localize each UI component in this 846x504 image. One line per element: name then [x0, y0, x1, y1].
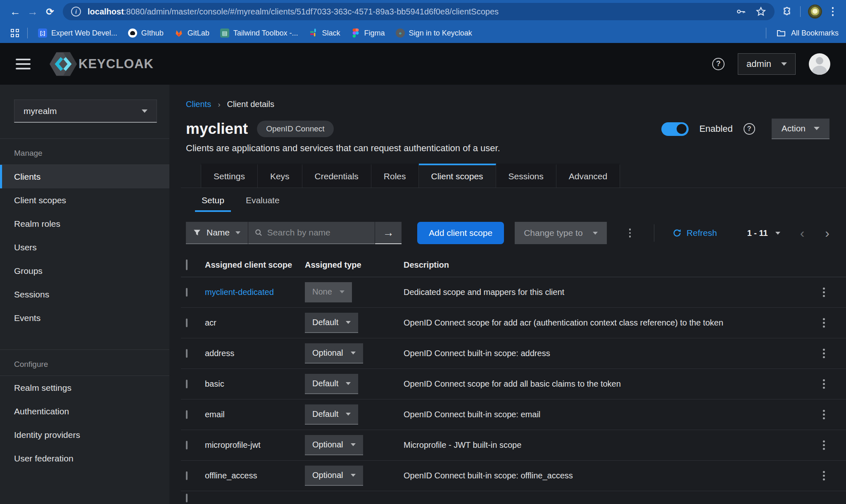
row-kebab-icon[interactable] [820, 318, 827, 328]
sidebar-item-users[interactable]: Users [0, 235, 169, 259]
select-all-checkbox[interactable] [186, 259, 188, 270]
bookmarks-divider [766, 28, 766, 38]
assigned-type-dropdown[interactable]: Optional [305, 343, 363, 364]
subtab-evaluate[interactable]: Evaluate [235, 189, 290, 212]
row-kebab-icon[interactable] [820, 471, 827, 480]
chevron-down-icon [346, 382, 351, 385]
bookmark-label: GIthub [141, 29, 164, 38]
enabled-help-icon[interactable]: ? [744, 123, 755, 135]
breadcrumb-clients-link[interactable]: Clients [186, 100, 211, 109]
action-dropdown-button[interactable]: Action [772, 119, 829, 139]
bookmark-star-icon[interactable] [756, 6, 766, 17]
change-type-dropdown[interactable]: Change type to [515, 222, 606, 244]
sidebar-item-groups[interactable]: Groups [0, 259, 169, 283]
previous-page-icon[interactable]: ‹ [800, 226, 805, 241]
sidebar-item-user-federation[interactable]: User federation [0, 447, 169, 470]
bookmark-tailwind[interactable]: ▤ Tailwind Toolbox -... [215, 29, 304, 38]
browser-profile-avatar[interactable] [808, 5, 822, 19]
row-kebab-icon[interactable] [820, 349, 827, 358]
refresh-button[interactable]: Refresh [673, 228, 717, 238]
back-icon[interactable]: ← [7, 3, 24, 20]
scope-link[interactable]: myclient-dedicated [205, 288, 305, 297]
browser-actions [779, 5, 840, 19]
row-kebab-icon[interactable] [820, 440, 827, 450]
tab-roles[interactable]: Roles [371, 164, 419, 188]
table-row: email Default OpenID Connect built-in sc… [181, 399, 846, 430]
apps-grid-icon[interactable] [11, 29, 19, 37]
bookmark-label: GitLab [188, 29, 209, 38]
bookmark-expert-web[interactable]: [;] Expert Web Devel... [33, 29, 123, 38]
next-page-icon[interactable]: › [825, 226, 829, 241]
table-row: address Optional OpenID Connect built-in… [181, 338, 846, 369]
bookmark-keycloak[interactable]: ‹› Sign in to Keycloak [390, 29, 478, 38]
bookmark-github[interactable]: GIthub [123, 29, 169, 38]
reload-icon[interactable]: ⟳ [41, 3, 59, 20]
browser-menu-icon[interactable] [829, 7, 836, 16]
sidebar-item-authentication[interactable]: Authentication [0, 399, 169, 423]
all-bookmarks-button[interactable]: All Bookmarks [791, 29, 839, 38]
subtab-setup[interactable]: Setup [191, 189, 235, 212]
keycloak-favicon: ‹› [396, 29, 405, 38]
bookmark-slack[interactable]: Slack [304, 29, 346, 38]
bookmark-figma[interactable]: Figma [346, 29, 390, 38]
tab-client-scopes[interactable]: Client scopes [419, 164, 496, 188]
sidebar-item-realm-roles[interactable]: Realm roles [0, 212, 169, 235]
page-title: myclient [186, 120, 248, 138]
pagination-range: 1 - 11 [747, 228, 768, 238]
chevron-down-icon [235, 231, 240, 234]
url-text[interactable]: localhost:8080/admin/master/console/#/my… [88, 7, 730, 17]
row-checkbox[interactable] [186, 410, 188, 419]
assigned-type-dropdown[interactable]: Optional [305, 466, 363, 486]
bookmark-gitlab[interactable]: GitLab [169, 29, 215, 38]
avatar[interactable] [809, 53, 830, 75]
sidebar-item-clients[interactable]: Clients [0, 165, 169, 188]
add-client-scope-button[interactable]: Add client scope [417, 222, 504, 244]
enabled-toggle[interactable] [661, 122, 689, 136]
sidebar-item-realm-settings[interactable]: Realm settings [0, 376, 169, 399]
assigned-type-dropdown[interactable]: Default [305, 313, 358, 333]
tab-credentials[interactable]: Credentials [302, 164, 371, 188]
url-path: :8080/admin/master/console/#/myrealm/cli… [124, 7, 499, 16]
table-row: acr Default OpenID Connect scope for add… [181, 308, 846, 338]
user-menu[interactable]: admin [738, 53, 796, 75]
sidebar-item-identity-providers[interactable]: Identity providers [0, 423, 169, 447]
tab-settings[interactable]: Settings [201, 164, 258, 188]
url-bar[interactable]: i localhost:8080/admin/master/console/#/… [63, 3, 775, 20]
row-checkbox[interactable] [186, 441, 188, 449]
row-kebab-icon[interactable] [820, 410, 827, 419]
realm-selector[interactable]: myrealm [14, 100, 157, 123]
password-key-icon[interactable] [736, 6, 746, 17]
table-row: offline_access Optional OpenID Connect b… [181, 461, 846, 491]
client-scopes-table: Assigned client scope Assigned type Desc… [181, 251, 846, 504]
tab-sessions[interactable]: Sessions [496, 164, 556, 188]
assigned-type-dropdown[interactable]: Optional [305, 435, 363, 455]
bookmark-label: Slack [322, 29, 340, 38]
assigned-type-dropdown[interactable]: Default [305, 374, 358, 394]
forward-icon[interactable]: → [24, 3, 41, 20]
sidebar-item-sessions[interactable]: Sessions [0, 283, 169, 306]
row-checkbox[interactable] [186, 349, 188, 358]
search-submit-button[interactable]: → [375, 222, 402, 244]
row-kebab-icon[interactable] [820, 379, 827, 389]
row-checkbox[interactable] [186, 319, 188, 327]
sidebar-item-client-scopes[interactable]: Client scopes [0, 188, 169, 212]
row-checkbox[interactable] [186, 380, 188, 388]
table-row: myclient-dedicated None Dedicated scope … [181, 277, 846, 308]
search-input[interactable] [267, 228, 368, 238]
extensions-icon[interactable] [782, 6, 793, 17]
row-checkbox[interactable] [186, 494, 188, 502]
help-icon[interactable]: ? [712, 58, 725, 70]
row-kebab-icon[interactable] [820, 288, 827, 297]
assigned-type-dropdown[interactable]: Default [305, 404, 358, 425]
site-info-icon[interactable]: i [71, 7, 81, 17]
nav-toggle-icon[interactable] [16, 59, 31, 69]
sidebar-item-events[interactable]: Events [0, 306, 169, 330]
filter-name-dropdown[interactable]: Name [186, 222, 248, 244]
tab-advanced[interactable]: Advanced [556, 164, 620, 188]
pagination-caret-icon[interactable] [775, 232, 780, 235]
tab-keys[interactable]: Keys [258, 164, 302, 188]
toolbar-kebab-icon[interactable] [627, 228, 634, 238]
browser-chrome: ← → ⟳ i localhost:8080/admin/master/cons… [0, 0, 846, 43]
row-checkbox[interactable] [186, 471, 188, 480]
row-checkbox[interactable] [186, 288, 188, 297]
